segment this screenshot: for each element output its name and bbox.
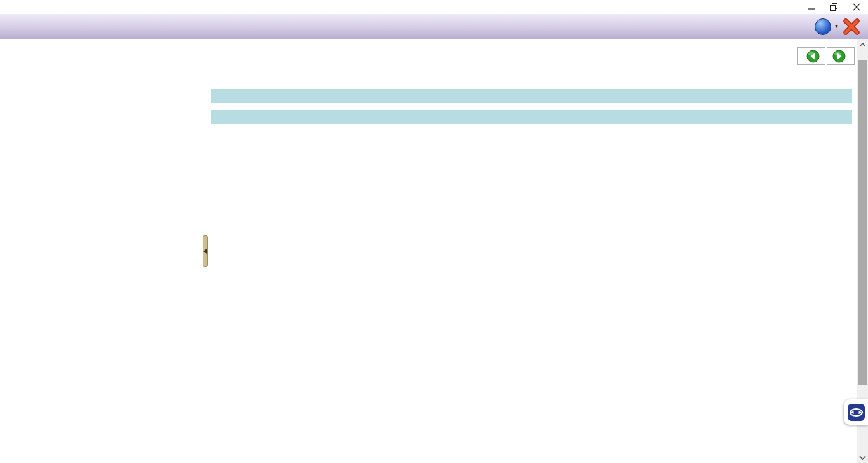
close-icon <box>853 3 860 11</box>
minimize-icon <box>808 4 815 11</box>
section-1-banner <box>211 110 852 124</box>
sidebar <box>0 39 208 463</box>
next-arrow-icon <box>832 50 846 63</box>
restore-icon <box>830 3 837 11</box>
titlebar <box>0 0 868 14</box>
previous-arrow-icon <box>806 50 820 63</box>
main-area <box>0 39 868 463</box>
app-window: ▼ <box>0 0 868 463</box>
collapse-arrow-icon <box>203 249 207 254</box>
engine-wiring-diagram <box>224 141 650 431</box>
section-0-banner <box>211 89 852 103</box>
content-panel <box>208 39 857 463</box>
help-dropdown-caret-icon[interactable]: ▼ <box>834 24 839 29</box>
scroll-down-button[interactable] <box>857 452 868 463</box>
next-button[interactable] <box>827 47 855 65</box>
help-button[interactable] <box>815 18 831 35</box>
exit-button[interactable] <box>842 17 861 36</box>
page-navigation <box>797 47 855 65</box>
remote-support-button[interactable] <box>844 399 868 425</box>
sidebar-splitter[interactable] <box>203 235 208 267</box>
scroll-up-button[interactable] <box>857 39 868 50</box>
maximize-button[interactable] <box>822 0 845 14</box>
chevron-up-icon <box>859 43 866 47</box>
exit-x-icon <box>842 17 861 36</box>
previous-button[interactable] <box>797 47 825 65</box>
remote-support-icon <box>848 404 865 421</box>
chevron-down-icon <box>859 455 866 460</box>
scrollbar-thumb[interactable] <box>858 60 867 385</box>
close-button[interactable] <box>845 0 868 14</box>
toolbar: ▼ <box>0 14 868 39</box>
minimize-button[interactable] <box>799 0 822 14</box>
window-controls <box>799 0 868 14</box>
